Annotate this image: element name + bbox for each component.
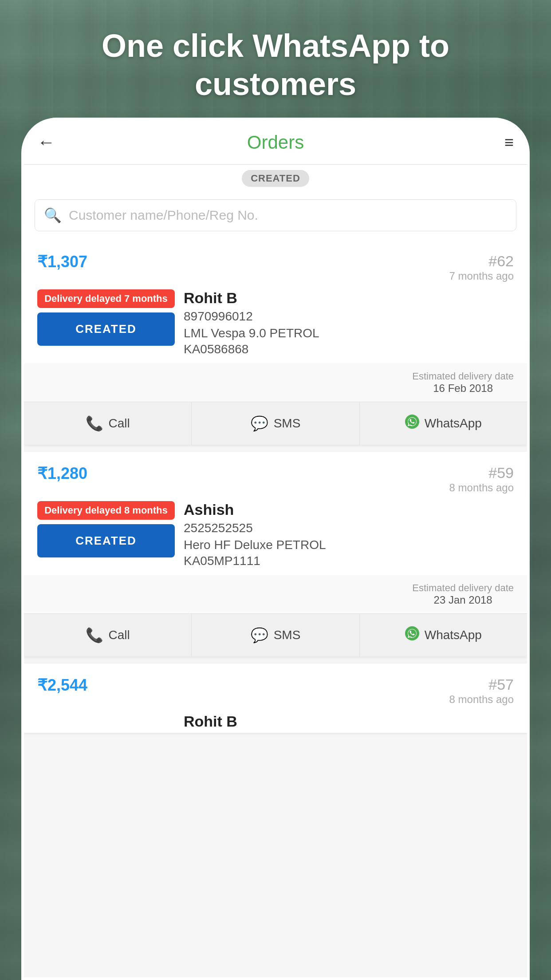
- filter-badge[interactable]: CREATED: [242, 170, 309, 187]
- sms-button[interactable]: 💬 SMS: [191, 614, 359, 656]
- delivery-date-item: Estimated delivery date 16 Feb 2018: [412, 371, 514, 395]
- created-status-button[interactable]: CREATED: [37, 524, 175, 557]
- order-id: #57: [488, 676, 514, 693]
- order-amount: ₹1,280: [37, 464, 87, 483]
- order-actions: 📞 Call 💬 SMS Wha: [24, 402, 527, 445]
- search-input[interactable]: Customer name/Phone/Reg No.: [69, 208, 258, 223]
- vehicle-name: Hero HF Deluxe PETROL: [184, 538, 514, 552]
- vehicle-reg: KA05MP1111: [184, 554, 514, 568]
- filter-badge-container: CREATED: [24, 165, 527, 192]
- search-icon: 🔍: [44, 207, 62, 224]
- order-status-col: Delivery delayed 8 months CREATED: [37, 501, 175, 568]
- page-title: Orders: [247, 132, 304, 153]
- search-box[interactable]: 🔍 Customer name/Phone/Reg No.: [35, 199, 516, 231]
- svg-point-1: [405, 626, 419, 640]
- order-card-body: Delivery delayed 7 months CREATED Rohit …: [24, 282, 527, 356]
- order-status-col: Delivery delayed 7 months CREATED: [37, 289, 175, 356]
- delivery-date-label: Estimated delivery date: [412, 371, 514, 382]
- order-id-area: #62 7 months ago: [449, 253, 514, 282]
- call-button[interactable]: 📞 Call: [24, 614, 191, 656]
- filter-icon[interactable]: ≡: [504, 133, 514, 152]
- order-status-col: [37, 713, 175, 733]
- call-icon: 📞: [86, 415, 103, 432]
- order-card-top: ₹1,280 #59 8 months ago: [24, 452, 527, 494]
- svg-point-0: [405, 415, 419, 429]
- order-card-body: Delivery delayed 8 months CREATED Ashish…: [24, 494, 527, 568]
- delivery-date-label: Estimated delivery date: [412, 582, 514, 594]
- order-card-top: ₹1,307 #62 7 months ago: [24, 240, 527, 282]
- vehicle-reg: KA0586868: [184, 342, 514, 356]
- customer-name: Ashish: [184, 501, 514, 518]
- customer-name: Rohit B: [184, 713, 514, 730]
- order-id-area: #59 8 months ago: [449, 464, 514, 494]
- order-card-body: Rohit B: [24, 706, 527, 733]
- order-amount: ₹2,544: [37, 676, 87, 695]
- sms-icon: 💬: [251, 415, 268, 432]
- delivery-date-value: 16 Feb 2018: [412, 382, 514, 395]
- order-time: 8 months ago: [449, 693, 514, 706]
- call-label: Call: [109, 416, 130, 431]
- call-label: Call: [109, 628, 130, 642]
- order-card: ₹1,307 #62 7 months ago Delivery delayed…: [24, 240, 527, 445]
- phone-frame: ← Orders ≡ CREATED 🔍 Customer name/Phone…: [21, 118, 530, 980]
- delivery-date-value: 23 Jan 2018: [412, 594, 514, 606]
- header-title: One click WhatsApp to customers: [0, 27, 551, 103]
- sms-label: SMS: [274, 628, 301, 642]
- order-card: ₹2,544 #57 8 months ago Rohit B: [24, 664, 527, 733]
- whatsapp-icon: [405, 626, 419, 644]
- call-button[interactable]: 📞 Call: [24, 402, 191, 445]
- order-meta: Estimated delivery date 23 Jan 2018: [24, 575, 527, 613]
- customer-phone: 2525252525: [184, 521, 514, 535]
- whatsapp-button[interactable]: WhatsApp: [359, 614, 527, 656]
- back-button[interactable]: ←: [37, 132, 55, 152]
- whatsapp-button[interactable]: WhatsApp: [359, 402, 527, 445]
- search-container: 🔍 Customer name/Phone/Reg No.: [24, 192, 527, 240]
- call-icon: 📞: [86, 627, 103, 644]
- sms-label: SMS: [274, 416, 301, 431]
- order-id-area: #57 8 months ago: [449, 676, 514, 706]
- customer-phone: 8970996012: [184, 309, 514, 324]
- app-content: ← Orders ≡ CREATED 🔍 Customer name/Phone…: [24, 120, 527, 977]
- sms-icon: 💬: [251, 627, 268, 644]
- order-meta: Estimated delivery date 16 Feb 2018: [24, 364, 527, 402]
- order-actions: 📞 Call 💬 SMS Wha: [24, 613, 527, 656]
- sms-button[interactable]: 💬 SMS: [191, 402, 359, 445]
- whatsapp-icon: [405, 415, 419, 432]
- order-time: 7 months ago: [449, 270, 514, 282]
- order-details-col: Ashish 2525252525 Hero HF Deluxe PETROL …: [184, 501, 514, 568]
- order-id: #62: [488, 253, 514, 269]
- whatsapp-label: WhatsApp: [425, 416, 482, 431]
- delay-badge: Delivery delayed 7 months: [37, 289, 175, 308]
- delay-badge: Delivery delayed 8 months: [37, 501, 175, 520]
- order-card-top: ₹2,544 #57 8 months ago: [24, 664, 527, 706]
- order-amount: ₹1,307: [37, 253, 87, 271]
- order-details-col: Rohit B 8970996012 LML Vespa 9.0 PETROL …: [184, 289, 514, 356]
- order-details-col: Rohit B: [184, 713, 514, 733]
- delivery-date-item: Estimated delivery date 23 Jan 2018: [412, 582, 514, 606]
- whatsapp-label: WhatsApp: [425, 628, 482, 642]
- order-id: #59: [488, 464, 514, 481]
- order-card: ₹1,280 #59 8 months ago Delivery delayed…: [24, 452, 527, 656]
- vehicle-name: LML Vespa 9.0 PETROL: [184, 326, 514, 340]
- order-time: 8 months ago: [449, 482, 514, 494]
- customer-name: Rohit B: [184, 289, 514, 307]
- orders-list: ₹1,307 #62 7 months ago Delivery delayed…: [24, 240, 527, 977]
- created-status-button[interactable]: CREATED: [37, 312, 175, 346]
- nav-bar: ← Orders ≡: [24, 120, 527, 165]
